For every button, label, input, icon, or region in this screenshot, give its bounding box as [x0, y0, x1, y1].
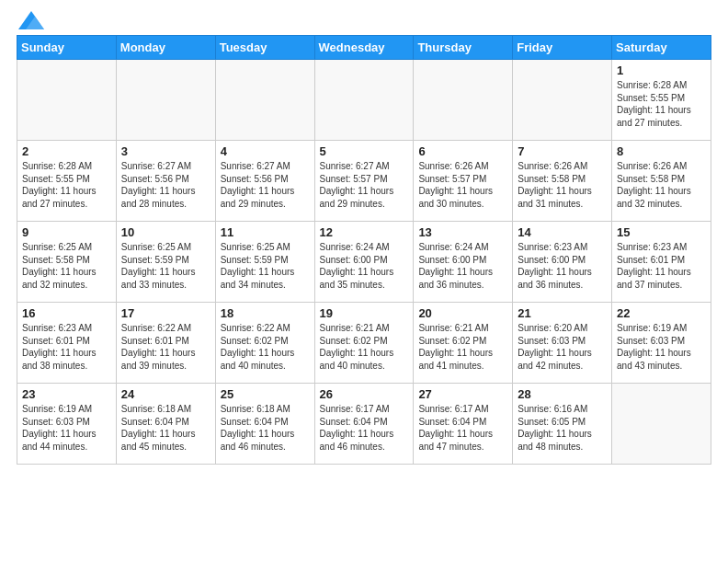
day-number: 22: [617, 306, 706, 320]
week-row-5: 23Sunrise: 6:19 AMSunset: 6:03 PMDayligh…: [17, 384, 711, 465]
day-cell: 24Sunrise: 6:18 AMSunset: 6:04 PMDayligh…: [116, 384, 215, 465]
day-number: 25: [221, 387, 310, 401]
day-info: Sunrise: 6:19 AMSunset: 6:03 PMDaylight:…: [617, 322, 706, 372]
day-number: 13: [418, 225, 507, 239]
logo-icon: [18, 11, 44, 29]
day-cell: 4Sunrise: 6:27 AMSunset: 5:56 PMDaylight…: [215, 141, 314, 222]
week-row-3: 9Sunrise: 6:25 AMSunset: 5:58 PMDaylight…: [17, 222, 711, 303]
day-cell: 3Sunrise: 6:27 AMSunset: 5:56 PMDaylight…: [116, 141, 215, 222]
day-cell: 11Sunrise: 6:25 AMSunset: 5:59 PMDayligh…: [215, 222, 314, 303]
day-number: 27: [418, 387, 507, 401]
day-cell: 12Sunrise: 6:24 AMSunset: 6:00 PMDayligh…: [314, 222, 414, 303]
day-number: 20: [418, 306, 507, 320]
day-cell: 20Sunrise: 6:21 AMSunset: 6:02 PMDayligh…: [414, 303, 513, 384]
day-number: 5: [320, 144, 409, 158]
day-number: 1: [617, 63, 706, 77]
day-number: 9: [22, 225, 111, 239]
day-number: 10: [121, 225, 210, 239]
week-row-4: 16Sunrise: 6:23 AMSunset: 6:01 PMDayligh…: [17, 303, 711, 384]
day-cell: 5Sunrise: 6:27 AMSunset: 5:57 PMDaylight…: [314, 141, 414, 222]
day-info: Sunrise: 6:24 AMSunset: 6:00 PMDaylight:…: [320, 241, 409, 291]
header: [17, 17, 711, 28]
day-info: Sunrise: 6:16 AMSunset: 6:05 PMDaylight:…: [518, 403, 607, 453]
day-info: Sunrise: 6:22 AMSunset: 6:02 PMDaylight:…: [221, 322, 310, 372]
day-info: Sunrise: 6:27 AMSunset: 5:56 PMDaylight:…: [121, 160, 210, 210]
day-info: Sunrise: 6:26 AMSunset: 5:57 PMDaylight:…: [418, 160, 507, 210]
weekday-monday: Monday: [116, 36, 215, 60]
day-info: Sunrise: 6:18 AMSunset: 6:04 PMDaylight:…: [221, 403, 310, 453]
day-number: 12: [320, 225, 409, 239]
day-cell: 27Sunrise: 6:17 AMSunset: 6:04 PMDayligh…: [414, 384, 513, 465]
day-cell: [414, 60, 513, 141]
day-cell: 6Sunrise: 6:26 AMSunset: 5:57 PMDaylight…: [414, 141, 513, 222]
day-number: 3: [121, 144, 210, 158]
page: SundayMondayTuesdayWednesdayThursdayFrid…: [0, 0, 728, 474]
day-number: 28: [518, 387, 607, 401]
day-info: Sunrise: 6:23 AMSunset: 6:01 PMDaylight:…: [22, 322, 111, 372]
day-number: 4: [221, 144, 310, 158]
day-number: 14: [518, 225, 607, 239]
day-cell: [17, 60, 117, 141]
day-info: Sunrise: 6:27 AMSunset: 5:57 PMDaylight:…: [320, 160, 409, 210]
day-cell: 22Sunrise: 6:19 AMSunset: 6:03 PMDayligh…: [612, 303, 711, 384]
weekday-friday: Friday: [513, 36, 612, 60]
week-row-1: 1Sunrise: 6:28 AMSunset: 5:55 PMDaylight…: [17, 60, 711, 141]
day-cell: 7Sunrise: 6:26 AMSunset: 5:58 PMDaylight…: [513, 141, 612, 222]
day-number: 15: [617, 225, 706, 239]
logo: [17, 17, 44, 28]
day-cell: 16Sunrise: 6:23 AMSunset: 6:01 PMDayligh…: [17, 303, 117, 384]
day-number: 17: [121, 306, 210, 320]
day-info: Sunrise: 6:20 AMSunset: 6:03 PMDaylight:…: [518, 322, 607, 372]
day-info: Sunrise: 6:21 AMSunset: 6:02 PMDaylight:…: [418, 322, 507, 372]
day-info: Sunrise: 6:27 AMSunset: 5:56 PMDaylight:…: [221, 160, 310, 210]
weekday-sunday: Sunday: [17, 36, 117, 60]
day-number: 8: [617, 144, 706, 158]
day-info: Sunrise: 6:24 AMSunset: 6:00 PMDaylight:…: [418, 241, 507, 291]
day-cell: 17Sunrise: 6:22 AMSunset: 6:01 PMDayligh…: [116, 303, 215, 384]
day-cell: [314, 60, 414, 141]
day-info: Sunrise: 6:26 AMSunset: 5:58 PMDaylight:…: [518, 160, 607, 210]
day-cell: 10Sunrise: 6:25 AMSunset: 5:59 PMDayligh…: [116, 222, 215, 303]
day-cell: 15Sunrise: 6:23 AMSunset: 6:01 PMDayligh…: [612, 222, 711, 303]
day-info: Sunrise: 6:25 AMSunset: 5:59 PMDaylight:…: [121, 241, 210, 291]
day-cell: 9Sunrise: 6:25 AMSunset: 5:58 PMDaylight…: [17, 222, 117, 303]
weekday-tuesday: Tuesday: [215, 36, 314, 60]
day-number: 7: [518, 144, 607, 158]
weekday-thursday: Thursday: [414, 36, 513, 60]
week-row-2: 2Sunrise: 6:28 AMSunset: 5:55 PMDaylight…: [17, 141, 711, 222]
day-cell: [513, 60, 612, 141]
day-cell: 14Sunrise: 6:23 AMSunset: 6:00 PMDayligh…: [513, 222, 612, 303]
day-number: 16: [22, 306, 111, 320]
day-info: Sunrise: 6:19 AMSunset: 6:03 PMDaylight:…: [22, 403, 111, 453]
day-cell: [116, 60, 215, 141]
weekday-wednesday: Wednesday: [314, 36, 414, 60]
day-number: 6: [418, 144, 507, 158]
day-number: 24: [121, 387, 210, 401]
day-number: 19: [320, 306, 409, 320]
day-cell: [215, 60, 314, 141]
day-number: 26: [320, 387, 409, 401]
day-cell: 13Sunrise: 6:24 AMSunset: 6:00 PMDayligh…: [414, 222, 513, 303]
day-number: 21: [518, 306, 607, 320]
day-info: Sunrise: 6:26 AMSunset: 5:58 PMDaylight:…: [617, 160, 706, 210]
day-number: 2: [22, 144, 111, 158]
day-cell: 25Sunrise: 6:18 AMSunset: 6:04 PMDayligh…: [215, 384, 314, 465]
day-info: Sunrise: 6:28 AMSunset: 5:55 PMDaylight:…: [22, 160, 111, 210]
day-cell: 1Sunrise: 6:28 AMSunset: 5:55 PMDaylight…: [612, 60, 711, 141]
day-number: 11: [221, 225, 310, 239]
weekday-header-row: SundayMondayTuesdayWednesdayThursdayFrid…: [17, 36, 711, 60]
day-cell: 2Sunrise: 6:28 AMSunset: 5:55 PMDaylight…: [17, 141, 117, 222]
day-cell: 28Sunrise: 6:16 AMSunset: 6:05 PMDayligh…: [513, 384, 612, 465]
day-cell: 19Sunrise: 6:21 AMSunset: 6:02 PMDayligh…: [314, 303, 414, 384]
day-cell: [612, 384, 711, 465]
day-info: Sunrise: 6:23 AMSunset: 6:00 PMDaylight:…: [518, 241, 607, 291]
day-info: Sunrise: 6:25 AMSunset: 5:59 PMDaylight:…: [221, 241, 310, 291]
day-info: Sunrise: 6:18 AMSunset: 6:04 PMDaylight:…: [121, 403, 210, 453]
day-cell: 23Sunrise: 6:19 AMSunset: 6:03 PMDayligh…: [17, 384, 117, 465]
calendar-table: SundayMondayTuesdayWednesdayThursdayFrid…: [17, 35, 711, 465]
day-cell: 18Sunrise: 6:22 AMSunset: 6:02 PMDayligh…: [215, 303, 314, 384]
day-info: Sunrise: 6:17 AMSunset: 6:04 PMDaylight:…: [320, 403, 409, 453]
day-info: Sunrise: 6:17 AMSunset: 6:04 PMDaylight:…: [418, 403, 507, 453]
day-info: Sunrise: 6:21 AMSunset: 6:02 PMDaylight:…: [320, 322, 409, 372]
day-info: Sunrise: 6:25 AMSunset: 5:58 PMDaylight:…: [22, 241, 111, 291]
